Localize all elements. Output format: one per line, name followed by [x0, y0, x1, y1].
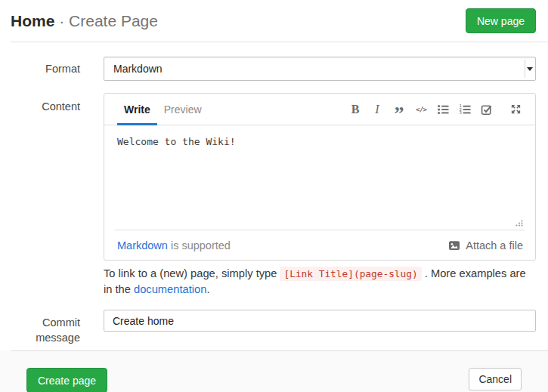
- help-after-link: .: [206, 283, 209, 295]
- page-title-current: Home: [11, 12, 54, 29]
- ordered-list-icon[interactable]: 1 2 3: [458, 103, 472, 116]
- svg-text:3: 3: [459, 110, 461, 115]
- create-page-button[interactable]: Create page: [26, 368, 107, 392]
- markdown-editor: Write Preview B I ” </> 1: [104, 93, 536, 261]
- page-header: Home · Create Page New page: [0, 0, 548, 42]
- documentation-link[interactable]: documentation: [134, 283, 206, 295]
- italic-icon[interactable]: I: [370, 103, 384, 116]
- select-separator: [525, 60, 525, 78]
- title-separator: ·: [59, 12, 64, 29]
- editor-tabs: Write Preview: [117, 94, 209, 125]
- task-list-icon[interactable]: [480, 103, 494, 116]
- content-row: Content Write Preview B I ” </>: [0, 93, 536, 261]
- format-row: Format Markdown: [0, 57, 536, 81]
- chevron-down-icon: [527, 67, 533, 71]
- unordered-list-icon[interactable]: [436, 103, 450, 116]
- image-icon: [448, 239, 460, 252]
- attach-file-button[interactable]: Attach a file: [448, 239, 523, 252]
- commit-row: Commit message: [0, 310, 536, 345]
- content-label: Content: [0, 100, 80, 113]
- page-subtitle: Create Page: [69, 12, 158, 29]
- format-select-value: Markdown: [113, 63, 163, 75]
- bold-icon[interactable]: B: [348, 103, 362, 116]
- resize-grip-icon[interactable]: [515, 220, 523, 227]
- editor-tabbar: Write Preview B I ” </> 1: [104, 94, 535, 125]
- tab-preview[interactable]: Preview: [157, 94, 209, 125]
- fullscreen-icon[interactable]: [509, 103, 522, 116]
- link-help-text: To link to a (new) page, simply type [Li…: [104, 266, 536, 297]
- supported-suffix: is supported: [168, 239, 231, 252]
- new-page-button[interactable]: New page: [466, 8, 536, 33]
- editor-footer: Markdown is supported Attach a file: [104, 230, 535, 260]
- page-title: Home · Create Page: [11, 8, 158, 33]
- content-textarea[interactable]: Welcome to the Wiki!: [104, 125, 535, 230]
- markdown-supported-note: Markdown is supported: [117, 239, 231, 252]
- format-label: Format: [0, 63, 80, 75]
- code-icon[interactable]: </>: [414, 103, 428, 116]
- attach-file-label: Attach a file: [466, 239, 523, 252]
- editor-toolbar: B I ” </> 1 2 3: [348, 94, 522, 125]
- link-syntax-code: [Link Title](page-slug): [280, 267, 421, 281]
- format-select[interactable]: Markdown: [104, 57, 536, 81]
- commit-message-input[interactable]: [104, 310, 536, 332]
- help-before-code: To link to a (new) page, simply type: [104, 267, 280, 279]
- tab-write[interactable]: Write: [117, 94, 157, 125]
- cancel-button[interactable]: Cancel: [469, 368, 522, 390]
- form-actions: Create page Cancel: [0, 350, 548, 392]
- quote-icon[interactable]: ”: [392, 103, 406, 116]
- commit-message-label: Commit message: [0, 315, 80, 345]
- markdown-link[interactable]: Markdown: [117, 239, 168, 252]
